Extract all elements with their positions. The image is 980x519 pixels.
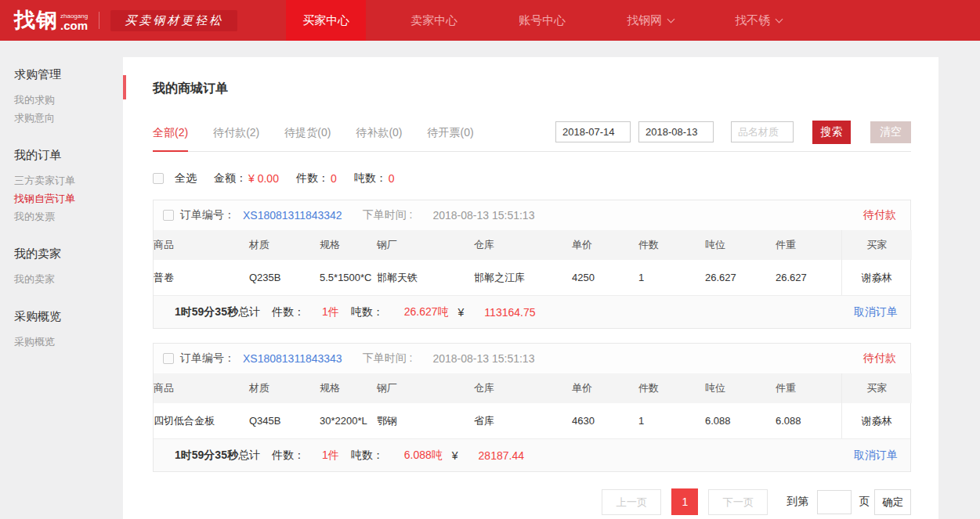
order-no-link[interactable]: XS18081311843343 (243, 352, 342, 365)
nav-seller-center[interactable]: 卖家中心 (394, 0, 474, 41)
table-header-row: 商品 材质 规格 钢厂 仓库 单价 件数 吨位 件重 买家 (154, 230, 912, 260)
order-table: 商品 材质 规格 钢厂 仓库 单价 件数 吨位 件重 买家 四切低合金板 Q34… (154, 373, 912, 438)
cell-spec: 5.5*1500*C (320, 260, 377, 295)
sidebar-item-purchase-overview[interactable]: 采购概览 (14, 333, 123, 351)
cell-product: 普卷 (154, 260, 249, 295)
tons-label: 吨数： (354, 171, 387, 186)
order-footer: 1时59分35秒 总计 件数： 1件 吨数： 26.627吨 ¥ 113164.… (154, 295, 910, 328)
nav-zhaobuxiu-site[interactable]: 找不锈 (718, 0, 798, 41)
col-buyer: 买家 (841, 230, 912, 260)
order-header: 订单编号： XS18081311843343 下单时间 : 2018-08-13… (154, 344, 910, 373)
nav-label: 买家中心 (302, 13, 349, 28)
select-all-checkbox[interactable] (153, 173, 164, 184)
logo-domain: .com (60, 20, 88, 31)
sidebar-group-purchase-overview: 采购概览 采购概览 (14, 309, 123, 351)
col-warehouse: 仓库 (474, 230, 572, 260)
footer-amount-value: 113164.75 (484, 306, 535, 319)
sidebar-group-title: 我的订单 (14, 148, 123, 163)
nav-account-center[interactable]: 账号中心 (502, 0, 582, 41)
clear-button[interactable]: 清空 (870, 121, 911, 143)
top-header: 找钢 zhaogang .com 买卖钢材更轻松 买家中心 卖家中心 账号中心 … (0, 0, 980, 41)
nav-label: 找不锈 (735, 13, 770, 28)
nav-label: 账号中心 (519, 13, 566, 28)
nav-label: 找钢网 (627, 13, 662, 28)
sidebar-group-title: 采购概览 (14, 309, 123, 324)
tab-pending-invoice[interactable]: 待开票(0) (428, 113, 474, 152)
table-row: 普卷 Q235B 5.5*1500*C 邯郸天铁 邯郸之江库 4250 1 26… (154, 260, 912, 295)
currency-symbol: ¥ (452, 449, 458, 462)
cell-warehouse: 省库 (474, 403, 572, 438)
order-checkbox[interactable] (163, 353, 174, 364)
nav-zhaogang-site[interactable]: 找钢网 (610, 0, 690, 41)
logo[interactable]: 找钢 zhaogang .com (14, 10, 88, 31)
tab-pending-payment[interactable]: 待付款(2) (213, 113, 259, 152)
tab-all[interactable]: 全部(2) (153, 113, 188, 152)
cell-material: Q345B (249, 403, 320, 438)
order-header: 订单编号： XS18081311843342 下单时间 : 2018-08-13… (154, 200, 910, 230)
cell-pieces: 1 (638, 260, 705, 295)
select-all-label: 全选 (175, 171, 197, 186)
col-piece-weight: 件重 (776, 230, 841, 260)
goto-page-label: 到第 (787, 495, 808, 509)
col-tonnage: 吨位 (705, 230, 776, 260)
order-footer: 1时59分35秒 总计 件数： 1件 吨数： 6.088吨 ¥ 28187.44… (154, 438, 910, 471)
pieces-label: 件数： (296, 171, 329, 186)
slogan: 买卖钢材更轻松 (110, 10, 237, 31)
nav-label: 卖家中心 (410, 13, 457, 28)
page-number-input[interactable] (817, 490, 852, 514)
cell-unit-price: 4630 (572, 403, 638, 438)
date-to-input[interactable] (638, 121, 714, 142)
countdown-timer: 1时59分35秒 (175, 449, 238, 463)
countdown-timer: 1时59分35秒 (175, 305, 238, 319)
order-time-label: 下单时间 : (363, 208, 413, 222)
nav-buyer-center[interactable]: 买家中心 (286, 0, 366, 41)
cell-pieces: 1 (638, 403, 705, 438)
summary-bar: 全选 金额： ¥ 0.00 件数： 0 吨数： 0 (153, 171, 911, 186)
cell-spec: 30*2200*L (320, 403, 377, 438)
col-pieces: 件数 (638, 230, 705, 260)
sidebar-item-third-party-orders[interactable]: 三方卖家订单 (14, 171, 123, 189)
cancel-order-link[interactable]: 取消订单 (854, 449, 898, 463)
tabs-row: 全部(2) 待付款(2) 待提货(0) 待补款(0) 待开票(0) 搜索 清空 (153, 113, 911, 152)
tab-pending-pickup[interactable]: 待提货(0) (284, 113, 331, 152)
cancel-order-link[interactable]: 取消订单 (854, 305, 898, 319)
order-table: 商品 材质 规格 钢厂 仓库 单价 件数 吨位 件重 买家 普卷 Q235B 5… (154, 230, 912, 295)
keyword-input[interactable] (731, 121, 794, 142)
order-no-link[interactable]: XS18081311843342 (243, 209, 342, 222)
cell-tonnage: 26.627 (705, 260, 776, 295)
col-material: 材质 (249, 373, 320, 403)
prev-page-button[interactable]: 上一页 (602, 489, 661, 515)
order-checkbox[interactable] (163, 210, 174, 221)
tab-pending-balance[interactable]: 待补款(0) (356, 113, 402, 152)
search-button[interactable]: 搜索 (812, 121, 851, 144)
date-from-input[interactable] (555, 121, 631, 142)
footer-tons-value: 6.088吨 (404, 449, 443, 463)
order-no-label: 订单编号： (180, 351, 235, 366)
chevron-down-icon (667, 15, 675, 23)
filter-bar: 搜索 清空 (548, 121, 911, 144)
sidebar: 求购管理 我的求购 求购意向 我的订单 三方卖家订单 找钢自营订单 我的发票 我… (0, 41, 123, 372)
logo-text: 找钢 (14, 10, 58, 31)
current-page-indicator[interactable]: 1 (671, 488, 698, 515)
cell-warehouse: 邯郸之江库 (474, 260, 572, 295)
order-status-badge: 待付款 (863, 208, 901, 222)
sidebar-item-my-invoices[interactable]: 我的发票 (14, 207, 123, 225)
col-mill: 钢厂 (377, 373, 474, 403)
page-title: 我的商城订单 (153, 57, 911, 97)
sidebar-item-my-purchase-requests[interactable]: 我的求购 (14, 91, 123, 109)
next-page-button[interactable]: 下一页 (708, 489, 768, 515)
sidebar-item-zhaogang-self-orders[interactable]: 找钢自营订单 (14, 189, 123, 207)
order-time: 2018-08-13 15:51:13 (432, 209, 534, 222)
title-accent-bar (123, 75, 126, 99)
col-unit-price: 单价 (572, 373, 638, 403)
footer-pieces-label: 件数： (272, 305, 305, 319)
sidebar-item-my-sellers[interactable]: 我的卖家 (14, 270, 123, 288)
currency-symbol: ¥ (458, 306, 465, 319)
order-card: 订单编号： XS18081311843343 下单时间 : 2018-08-13… (153, 343, 911, 472)
order-time: 2018-08-13 15:51:13 (432, 352, 534, 365)
footer-tons-value: 26.627吨 (404, 305, 449, 319)
col-piece-weight: 件重 (776, 373, 841, 403)
sidebar-item-purchase-intent[interactable]: 求购意向 (14, 109, 123, 127)
pieces-value: 0 (331, 172, 337, 185)
confirm-page-button[interactable]: 确定 (874, 489, 911, 515)
